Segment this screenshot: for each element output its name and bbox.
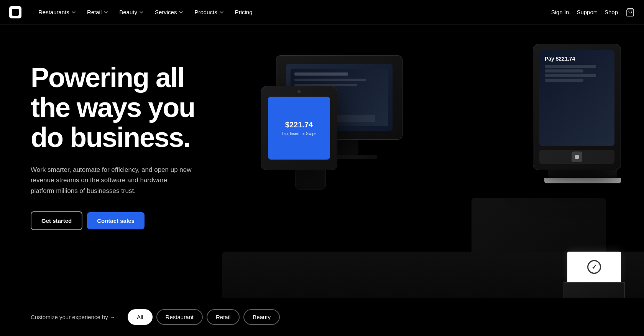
hero-section: Powering all the ways you do business. W… (0, 0, 644, 336)
terminal-pay-label: Pay $221.74 (545, 56, 609, 62)
nav-right: Sign In Support Shop (551, 8, 635, 17)
nav-shop[interactable]: Shop (605, 9, 618, 15)
nav-sign-in[interactable]: Sign In (551, 9, 569, 15)
chevron-down-icon (139, 10, 144, 15)
contact-sales-button[interactable]: Contact sales (87, 212, 145, 229)
nav-item-beauty[interactable]: Beauty (115, 6, 149, 18)
square-logo-icon (9, 6, 21, 18)
nav-item-products[interactable]: Products (190, 6, 228, 18)
filter-all[interactable]: All (128, 309, 153, 325)
nav-item-retail[interactable]: Retail (82, 6, 113, 18)
filter-restaurant[interactable]: Restaurant (156, 309, 203, 325)
hero-headline: Powering all the ways you do business. (31, 63, 195, 152)
nav-item-services[interactable]: Services (150, 6, 189, 18)
hero-visual: $221.74 Tap, Insert, or Swipe Pay $221.7… (245, 25, 644, 336)
nav-label-retail: Retail (87, 9, 102, 15)
nav-support[interactable]: Support (577, 9, 597, 15)
nav-label-restaurants: Restaurants (38, 9, 69, 15)
chevron-down-icon (178, 10, 184, 15)
receipt-checkmark-icon: ✓ (587, 260, 601, 274)
hero-subtext: Work smarter, automate for efficiency, a… (31, 165, 192, 196)
hero-headline-line2: the ways you (31, 92, 195, 123)
filter-retail[interactable]: Retail (207, 309, 240, 325)
logo[interactable] (9, 6, 21, 18)
chevron-down-icon (103, 10, 108, 15)
nav-item-restaurants[interactable]: Restaurants (34, 6, 81, 18)
hero-content: Powering all the ways you do business. W… (0, 25, 195, 253)
reader-instruction: Tap, Insert, or Swipe (281, 132, 316, 136)
cart-icon (626, 8, 635, 17)
nav-label-products: Products (194, 9, 217, 15)
hero-buttons: Get started Contact sales (31, 211, 195, 230)
svg-rect-1 (12, 9, 19, 16)
svg-rect-2 (575, 155, 579, 159)
nav-label-pricing: Pricing (235, 9, 253, 15)
get-started-button[interactable]: Get started (31, 211, 82, 230)
nav-label-beauty: Beauty (119, 9, 137, 15)
square-terminal: Pay $221.74 (533, 44, 632, 183)
cart-button[interactable] (626, 8, 635, 17)
hero-headline-line3: do business. (31, 122, 190, 153)
bottom-bar: Customize your experience by → All Resta… (0, 298, 644, 336)
navbar: Restaurants Retail Beauty Services (0, 0, 644, 25)
chevron-down-icon (71, 10, 76, 15)
square-reader: $221.74 Tap, Insert, or Swipe (261, 86, 360, 201)
filter-pills: All Restaurant Retail Beauty (128, 309, 280, 325)
chevron-down-icon (219, 10, 224, 15)
pos-large-display (276, 55, 402, 163)
platform-elevated (472, 198, 606, 259)
reader-amount: $221.74 (285, 120, 313, 129)
nav-links: Restaurants Retail Beauty Services (34, 6, 551, 18)
filter-beauty[interactable]: Beauty (243, 309, 280, 325)
customize-label: Customize your experience by → (31, 314, 115, 320)
nav-item-pricing[interactable]: Pricing (230, 6, 257, 18)
nav-label-services: Services (155, 9, 177, 15)
receipt-printer: ✓ (560, 252, 629, 301)
pos-scene: $221.74 Tap, Insert, or Swipe Pay $221.7… (245, 25, 644, 336)
square-logo-small-icon (574, 154, 580, 160)
hero-headline-line1: Powering all (31, 62, 184, 93)
